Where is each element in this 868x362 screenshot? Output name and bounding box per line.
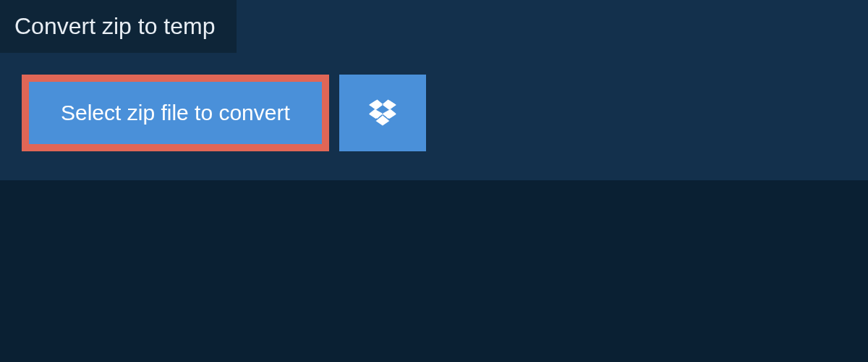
dropbox-button[interactable] (339, 75, 426, 151)
action-row: Select zip file to convert (0, 53, 868, 151)
select-file-button[interactable]: Select zip file to convert (22, 75, 329, 151)
panel-title-tab: Convert zip to temp (0, 0, 237, 53)
select-file-label: Select zip file to convert (61, 101, 290, 125)
dropbox-icon (367, 97, 398, 130)
panel-title: Convert zip to temp (14, 13, 215, 39)
converter-panel: Convert zip to temp Select zip file to c… (0, 0, 868, 180)
